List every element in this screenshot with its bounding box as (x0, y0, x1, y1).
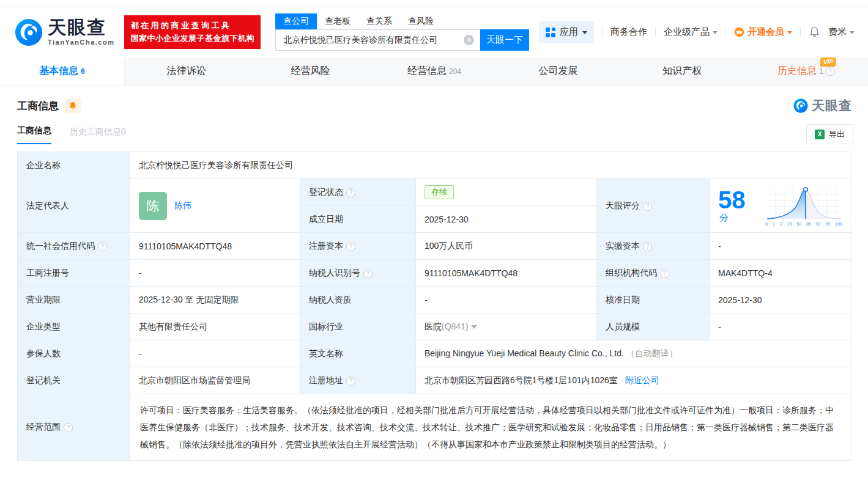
tianyancha-logo-icon (15, 18, 43, 46)
export-label: 导出 (829, 129, 845, 140)
address-value: 北京市朝阳区芳园西路6号院1号楼1层101内1026室 (425, 375, 618, 385)
table-row: 法定代表人 陈 陈伟 登记状态? 存续 天眼评分? 58分 (18, 179, 851, 206)
help-icon[interactable]: ? (643, 202, 652, 211)
help-icon[interactable]: ? (98, 242, 107, 251)
approval-date-value: 2025-12-30 (718, 295, 762, 305)
tab-label: 公司发展 (539, 65, 578, 78)
chevron-down-icon (850, 31, 855, 34)
help-icon[interactable]: ? (826, 67, 835, 76)
english-name-note: （自动翻译） (626, 348, 678, 358)
search-tabs: 查公司 查老板 查关系 查风险 (275, 13, 529, 29)
table-row: 工商注册号 - 纳税人识别号? 91110105MAK4DTTQ48 组织机构代… (18, 260, 851, 287)
enterprise-products-menu[interactable]: 企业级产品 (664, 26, 718, 38)
user-menu[interactable]: 费米 (828, 26, 855, 38)
search-button[interactable]: 天眼一下 (480, 29, 529, 51)
apps-menu-button[interactable]: 应用 (539, 21, 594, 43)
promo-banner: 都在用的商业查询工具 国家中小企业发展子基金旗下机构 (124, 15, 261, 48)
tab-label: 经营信息 (407, 65, 447, 78)
taxpayer-id-label: 纳税人识别号 (309, 268, 360, 277)
tab-operation-info[interactable]: 经营信息 204 (373, 57, 497, 86)
vip-badge: VIP (820, 57, 836, 67)
promo-line2: 国家中小企业发展子基金旗下机构 (130, 32, 254, 45)
establish-date-value: 2025-12-30 (425, 215, 469, 224)
help-icon[interactable]: ? (643, 242, 652, 251)
subtab-business-info[interactable]: 工商信息 (17, 125, 51, 144)
paid-capital-label: 实缴资本 (606, 241, 640, 251)
section-title: 工商信息 (17, 99, 59, 113)
chevron-down-icon (787, 31, 792, 34)
table-row: 登记机关 北京市朝阳区市场监督管理局 注册地址? 北京市朝阳区芳园西路6号院1号… (18, 367, 851, 394)
tab-count: 204 (449, 67, 461, 76)
search-tab-risk[interactable]: 查风险 (400, 13, 442, 29)
tab-label: 法律诉讼 (167, 65, 206, 78)
reg-no-value: - (139, 268, 142, 278)
search-tab-boss[interactable]: 查老板 (317, 13, 358, 29)
watermark-logo: 天眼查 (793, 97, 852, 114)
score-curve (765, 186, 842, 221)
tab-operation-risk[interactable]: 经营风险 (248, 57, 373, 86)
tab-label: 经营风险 (291, 65, 330, 78)
biz-cooperation-link[interactable]: 商务合作 (610, 26, 647, 38)
tab-count: 6 (81, 67, 85, 76)
paid-capital-value: - (718, 241, 721, 251)
legal-rep-label: 法定代表人 (26, 200, 69, 210)
enterprise-label: 企业级产品 (664, 26, 710, 38)
tab-basic-info[interactable]: 基本信息 6 (0, 57, 125, 86)
tab-company-development[interactable]: 公司发展 (496, 57, 620, 86)
tab-label: 基本信息 (39, 65, 78, 78)
divider (725, 28, 726, 37)
score-label: 天眼评分 (606, 200, 640, 210)
tianyan-score: 58分 (718, 183, 842, 229)
tianyancha-logo[interactable]: 天眼查 TianYanCha.com (15, 18, 114, 46)
notification-bell-icon[interactable] (809, 26, 820, 38)
legal-rep-link[interactable]: 陈伟 (174, 200, 191, 211)
reg-no-label: 工商注册号 (26, 268, 69, 277)
nearby-companies-link[interactable]: 附近公司 (625, 375, 659, 385)
help-icon[interactable]: ? (64, 423, 73, 432)
divider (602, 28, 603, 37)
table-row: 参保人数 - 英文名称 Beijing Ningyue Yueji Medica… (18, 340, 851, 367)
subtab-row: 工商信息 历史工商信息0 X 导出 (0, 114, 868, 144)
company-type-label: 企业类型 (26, 321, 61, 331)
promo-line1: 都在用的商业查询工具 (130, 20, 254, 32)
help-icon[interactable]: ? (363, 269, 373, 278)
search-tab-company[interactable]: 查公司 (275, 13, 317, 29)
tab-intellectual-property[interactable]: 知识产权 (620, 57, 744, 86)
industry-code: (Q841) (442, 321, 469, 331)
score-unit: 分 (719, 212, 729, 222)
export-button[interactable]: X 导出 (806, 124, 853, 144)
score-axis-ticks: 01 315 5085 9799 100 (765, 222, 842, 226)
tab-count: 1 (819, 67, 823, 76)
help-icon[interactable]: ? (346, 188, 355, 197)
brand-name: 天眼查 (48, 18, 114, 37)
chevron-down-icon (582, 31, 587, 34)
help-icon[interactable]: ? (346, 376, 355, 386)
taxpayer-id-value: 91110105MAK4DTTQ48 (425, 268, 517, 278)
reg-status-label: 登记状态 (309, 187, 343, 197)
help-icon[interactable]: ? (346, 242, 355, 251)
tab-history-info[interactable]: VIP 历史信息 1 ? (744, 57, 868, 86)
tab-legal-proceedings[interactable]: 法律诉讼 (125, 57, 249, 86)
username: 费米 (828, 26, 847, 38)
open-vip-label: 开通会员 (747, 26, 784, 38)
approval-date-label: 核准日期 (606, 295, 640, 304)
chevron-down-icon[interactable] (471, 325, 477, 329)
uscc-value: 91110105MAK4DTTQ48 (139, 241, 232, 251)
open-vip-menu[interactable]: 开通会员 (734, 26, 792, 38)
search-tab-relation[interactable]: 查关系 (358, 13, 400, 29)
help-icon[interactable]: ? (660, 269, 669, 278)
brand-domain: TianYanCha.com (48, 39, 114, 46)
apps-grid-icon (546, 28, 555, 37)
divider (800, 28, 801, 37)
monitor-bell-button[interactable] (65, 98, 81, 113)
subtab-history-business-info[interactable]: 历史工商信息0 (70, 127, 126, 144)
search-block: 查公司 查老板 查关系 查风险 ✕ 天眼一下 (275, 13, 529, 51)
bell-icon (69, 101, 77, 110)
business-term-value: 2025-12-30 至 无固定期限 (139, 295, 239, 304)
tab-label: 知识产权 (662, 65, 702, 78)
tab-label: 历史信息 (777, 65, 817, 78)
clear-search-icon[interactable]: ✕ (464, 35, 474, 45)
legal-rep-avatar[interactable]: 陈 (139, 192, 167, 220)
search-input[interactable] (275, 29, 480, 51)
header-menu: 应用 商务合作 企业级产品 开通会员 费米 (539, 21, 855, 43)
